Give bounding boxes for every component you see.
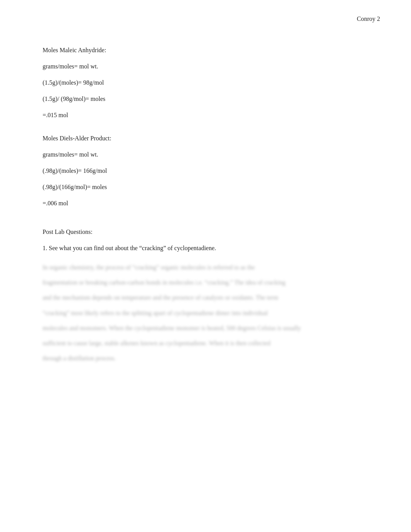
moles-diels-line3: (.98g)/(166g/mol)= moles <box>43 182 380 192</box>
moles-maleic-line2: (1.5g)/(moles)= 98g/mol <box>43 78 380 87</box>
moles-maleic-line3: (1.5g)/ (98g/mol)= moles <box>43 94 380 104</box>
blurred-answer-block: In organic chemistry, the process of “cr… <box>43 262 380 363</box>
moles-diels-line1: grams/moles= mol wt. <box>43 150 380 159</box>
blurred-line-2: fragmentation or breaking carbon-carbon … <box>43 277 380 288</box>
moles-diels-section: Moles Diels-Alder Product: grams/moles= … <box>43 134 380 208</box>
header-text: Conroy 2 <box>357 15 380 22</box>
moles-maleic-line1: grams/moles= mol wt. <box>43 62 380 71</box>
blurred-line-1: In organic chemistry, the process of “cr… <box>43 262 380 273</box>
blurred-line-5: molecules and monomers. When the cyclope… <box>43 323 380 333</box>
moles-maleic-section: Moles Maleic Anhydride: grams/moles= mol… <box>43 46 380 120</box>
moles-diels-label: Moles Diels-Alder Product: <box>43 134 380 143</box>
post-lab-question1: 1. See what you can find out about the “… <box>43 244 380 253</box>
blurred-line-7: through a distillation process. <box>43 353 380 363</box>
page: Conroy 2 Moles Maleic Anhydride: grams/m… <box>0 0 411 532</box>
moles-diels-line2: (.98g)/(moles)= 166g/mol <box>43 166 380 176</box>
post-lab-section: Post Lab Questions: 1. See what you can … <box>43 227 380 363</box>
blurred-line-3: and the mechanism depends on temperature… <box>43 292 380 303</box>
blurred-line-6: sufficient to cause large, stable alkene… <box>43 338 380 348</box>
moles-diels-line4: =.006 mol <box>43 199 380 208</box>
moles-maleic-line4: =.015 mol <box>43 111 380 120</box>
moles-maleic-label: Moles Maleic Anhydride: <box>43 46 380 55</box>
blurred-line-4: “cracking” most likely refers to the spl… <box>43 308 380 318</box>
page-header: Conroy 2 <box>43 15 380 22</box>
post-lab-heading: Post Lab Questions: <box>43 227 380 237</box>
